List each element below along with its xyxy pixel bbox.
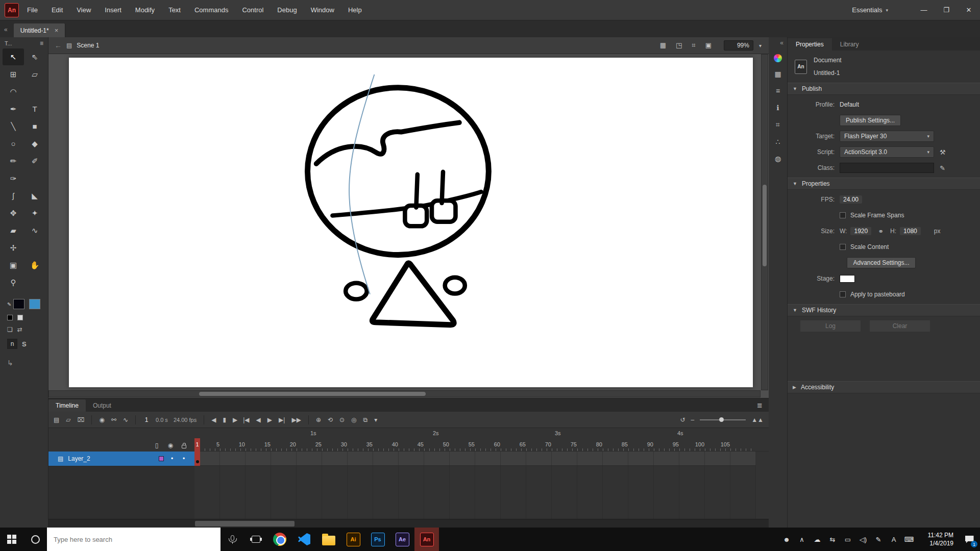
swap-colors-icon[interactable]: ⇄: [17, 326, 22, 333]
task-view-button[interactable]: [244, 528, 267, 551]
next-frame-button[interactable]: ▶|: [279, 416, 285, 423]
color-panel-icon[interactable]: [774, 54, 782, 62]
lock-column-icon[interactable]: [182, 445, 186, 448]
edit-class-icon[interactable]: ✎: [940, 164, 945, 172]
eraser-tool[interactable]: ▰: [3, 222, 24, 239]
taskbar-app-aftereffects[interactable]: Ae: [390, 528, 414, 551]
timeline-zoom-slider[interactable]: [700, 419, 746, 420]
touch-keyboard-icon[interactable]: ⌨: [901, 528, 917, 551]
step-back-button[interactable]: ◀: [211, 416, 216, 423]
tab-properties[interactable]: Properties: [788, 38, 832, 51]
grid-icon[interactable]: ⌗: [692, 41, 695, 49]
tool-spacer[interactable]: [24, 274, 45, 291]
pen-tool[interactable]: ✒: [3, 101, 24, 117]
properties-section-header[interactable]: ▼ Properties: [788, 178, 980, 190]
menu-item[interactable]: Commands: [194, 6, 228, 14]
new-folder-icon[interactable]: ▱: [66, 416, 70, 423]
mini-white-swatch[interactable]: [17, 315, 23, 320]
stage[interactable]: [69, 58, 753, 387]
polystar-tool[interactable]: ◆: [24, 135, 45, 152]
workspace-switcher[interactable]: Essentials ▾: [852, 6, 888, 14]
document-name[interactable]: Untitled-1: [814, 69, 842, 77]
layer-outline-color[interactable]: [159, 456, 164, 461]
menu-item[interactable]: Modify: [135, 6, 155, 14]
show-hide-column-icon[interactable]: ◉: [167, 442, 174, 449]
tab-output[interactable]: Output: [86, 399, 118, 412]
swatches-panel-icon[interactable]: ▦: [774, 70, 781, 78]
new-layer-icon[interactable]: ▤: [54, 416, 59, 423]
free-transform-tool[interactable]: ⊞: [3, 66, 24, 83]
script-dropdown[interactable]: ActionScript 3.0 ▾: [840, 146, 934, 158]
lasso-tool[interactable]: ◠: [3, 83, 24, 100]
taskbar-app-photoshop[interactable]: Ps: [365, 528, 390, 551]
timeline-zoom-in-icon[interactable]: ▲▲: [751, 416, 764, 423]
gradient-transform-tool[interactable]: ▱: [24, 66, 45, 83]
show-layers-icon[interactable]: ∿: [123, 416, 128, 423]
app-logo-icon[interactable]: An: [5, 3, 19, 17]
menu-item[interactable]: Edit: [52, 6, 63, 14]
taskbar-clock[interactable]: 11:42 PM 1/4/2019: [922, 531, 953, 547]
tab-library[interactable]: Library: [832, 38, 867, 51]
loop-icon[interactable]: ⟲: [328, 416, 333, 423]
onedrive-icon[interactable]: ☁: [810, 528, 825, 551]
menu-item[interactable]: Debug: [277, 6, 297, 14]
modify-markers-icon[interactable]: ▾: [374, 416, 377, 423]
pin-tool[interactable]: ✢: [3, 239, 24, 256]
paint-brush-tool[interactable]: ✑: [3, 170, 24, 187]
show-hidden-icons[interactable]: ∧: [794, 528, 810, 551]
people-icon[interactable]: ☻: [779, 528, 794, 551]
playhead[interactable]: 1: [194, 438, 200, 466]
width-tool[interactable]: ∿: [24, 222, 45, 239]
horizontal-scrollbar[interactable]: [48, 390, 761, 397]
timeline-scrollbar[interactable]: [48, 519, 769, 528]
scene-name[interactable]: Scene 1: [77, 42, 99, 49]
ime-icon[interactable]: A: [886, 528, 901, 551]
menu-item[interactable]: Control: [242, 6, 263, 14]
brush-tool[interactable]: ✐: [24, 153, 45, 169]
publish-settings-button[interactable]: Publish Settings...: [840, 115, 901, 126]
back-icon[interactable]: ←: [55, 41, 62, 49]
document-tab[interactable]: Untitled-1* ×: [14, 23, 66, 37]
line-tool[interactable]: ╲: [3, 118, 24, 135]
transform-panel-icon[interactable]: ⌗: [776, 120, 780, 129]
close-button[interactable]: ✕: [958, 0, 980, 20]
camera-tool[interactable]: ▣: [3, 257, 24, 273]
timeline-scrollbar-thumb[interactable]: [195, 521, 295, 527]
bone-tool[interactable]: ʃ: [3, 187, 24, 204]
taskbar-app-explorer[interactable]: [316, 528, 341, 551]
menu-item[interactable]: View: [77, 6, 91, 14]
stop-button[interactable]: ▮: [223, 416, 226, 423]
horizontal-scrollbar-thumb[interactable]: [199, 392, 426, 396]
object-drawing-toggle[interactable]: n: [7, 339, 17, 349]
scale-frame-spans-checkbox[interactable]: [840, 212, 846, 218]
taskbar-search[interactable]: [47, 528, 220, 551]
scale-content-checkbox[interactable]: [840, 244, 846, 250]
battery-icon[interactable]: ▭: [840, 528, 855, 551]
panel-menu-icon[interactable]: ≣: [757, 402, 763, 409]
layer-frame-strip[interactable]: [194, 452, 756, 466]
outline-column-icon[interactable]: ▯: [153, 442, 160, 449]
cortana-button[interactable]: [23, 528, 47, 551]
accessibility-section-header[interactable]: ▶ Accessibility: [788, 381, 980, 393]
taskbar-app-illustrator[interactable]: Ai: [341, 528, 365, 551]
camera-icon[interactable]: ▦: [660, 41, 666, 49]
panel-menu-icon[interactable]: ≡: [40, 40, 43, 47]
snap-toggle[interactable]: S: [22, 340, 27, 348]
width-value[interactable]: 1920: [850, 227, 871, 235]
height-value[interactable]: 1080: [900, 227, 921, 235]
edit-symbols-icon[interactable]: ◳: [676, 41, 682, 49]
edit-multiple-frames-icon[interactable]: ⧉: [363, 416, 368, 423]
reset-timeline-zoom-icon[interactable]: ↺: [680, 416, 685, 423]
add-camera-icon[interactable]: ◉: [99, 416, 104, 423]
network-icon[interactable]: ⇆: [825, 528, 840, 551]
oval-tool[interactable]: ○: [3, 135, 24, 152]
stroke-color-swatch[interactable]: [13, 299, 24, 309]
hand-tool[interactable]: ✋: [24, 257, 45, 273]
layer-depth-icon[interactable]: ⚯: [111, 416, 116, 423]
minimize-button[interactable]: —: [913, 0, 935, 20]
step-forward-button[interactable]: ▶: [233, 416, 237, 423]
go-last-button[interactable]: ▶▶: [291, 416, 301, 423]
default-colors-icon[interactable]: ❏: [7, 326, 13, 333]
onion-skin-icon[interactable]: ⊙: [339, 416, 345, 423]
center-frame-icon[interactable]: ⊕: [316, 416, 321, 423]
